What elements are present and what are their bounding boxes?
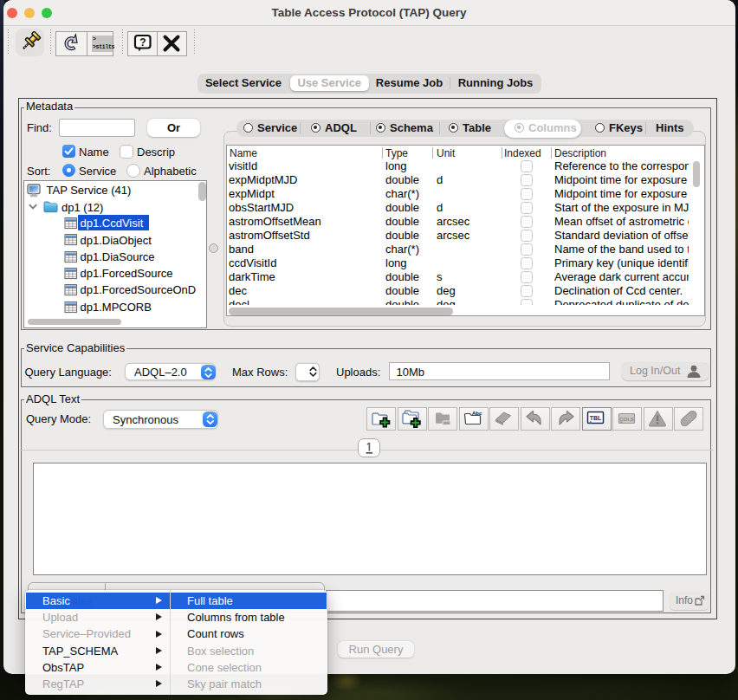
- svg-text:COLS: COLS: [619, 417, 634, 422]
- svg-text:Abc: Abc: [472, 411, 482, 416]
- svg-text:TBL: TBL: [590, 415, 602, 421]
